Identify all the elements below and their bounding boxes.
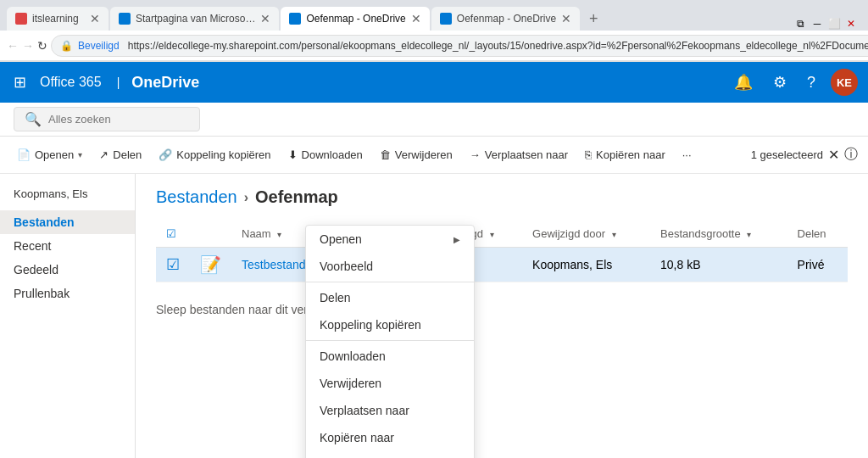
context-preview-label: Voorbeeld xyxy=(320,260,373,273)
context-menu-item-preview[interactable]: Voorbeeld xyxy=(306,253,474,280)
lock-icon: 🔒 xyxy=(60,40,73,52)
share-icon: ↗ xyxy=(99,148,108,161)
row-share-cell: Privé xyxy=(787,248,848,282)
toolbar-copy-button[interactable]: ⎘ Kopiëren naar xyxy=(578,144,672,165)
sidebar-item-recent[interactable]: Recent xyxy=(0,234,135,258)
breadcrumb-separator: › xyxy=(244,190,248,205)
move-icon: → xyxy=(470,148,481,161)
header-checkbox[interactable]: ☑ xyxy=(166,227,176,240)
toolbar-more-button[interactable]: ··· xyxy=(676,144,698,165)
tab-close-icon[interactable]: ✕ xyxy=(260,12,270,25)
context-menu-separator-1 xyxy=(306,282,474,282)
secure-label: Beveiligd xyxy=(78,40,120,52)
waffle-menu-button[interactable]: ⊞ xyxy=(10,70,30,95)
notifications-icon[interactable]: 🔔 xyxy=(729,68,758,97)
word-file-icon: 📝 xyxy=(200,255,221,274)
open-icon: 📄 xyxy=(17,148,31,161)
sidebar-user-label: Koopmans, Els xyxy=(0,181,135,207)
search-input-container[interactable]: 🔍 xyxy=(14,107,200,131)
context-menu-item-download[interactable]: Downloaden xyxy=(306,343,474,370)
tab-oefenmap-active[interactable]: Oefenmap - OneDrive ✕ xyxy=(281,7,429,31)
col-modified-by-header[interactable]: Gewijzigd door ▾ xyxy=(522,221,650,248)
tab-close-icon[interactable]: ✕ xyxy=(90,12,100,25)
back-button[interactable]: ← xyxy=(7,36,19,56)
breadcrumb: Bestanden › Oefenmap xyxy=(156,187,848,207)
context-menu-item-share[interactable]: Delen xyxy=(306,284,474,311)
row-checkbox-cell[interactable]: ☑ xyxy=(156,248,190,282)
context-share-label: Delen xyxy=(320,291,351,304)
delete-label: Verwijderen xyxy=(395,148,453,161)
tab-itslearning[interactable]: itslearning ✕ xyxy=(7,7,108,31)
copy-link-icon: 🔗 xyxy=(159,148,172,161)
search-bar: 🔍 xyxy=(0,103,868,137)
tab-restore-icon[interactable]: ⧉ xyxy=(793,17,807,31)
row-checkbox-icon[interactable]: ☑ xyxy=(166,256,180,273)
tab-favicon xyxy=(440,13,452,25)
toolbar-copy-link-button[interactable]: 🔗 Koppeling kopiëren xyxy=(152,144,277,165)
copy-link-label: Koppeling kopiëren xyxy=(176,148,270,161)
context-delete-label: Verwijderen xyxy=(320,377,381,390)
new-tab-button[interactable]: + xyxy=(581,7,605,31)
toolbar-share-button[interactable]: ↗ Delen xyxy=(92,144,148,165)
help-icon[interactable]: ? xyxy=(802,69,821,97)
col-checkbox: ☑ xyxy=(156,221,190,248)
window-minimize-button[interactable]: ─ xyxy=(810,17,824,31)
context-menu-item-move[interactable]: Verplaatsen naar xyxy=(306,397,474,424)
window-close-button[interactable]: ✕ xyxy=(844,17,858,31)
context-menu-item-copy-link[interactable]: Koppeling kopiëren xyxy=(306,311,474,338)
browser-chrome: itslearning ✕ Startpagina van Microso… ✕… xyxy=(0,0,868,62)
context-menu-item-open[interactable]: Openen ▶ xyxy=(306,226,474,253)
close-selection-icon[interactable]: ✕ xyxy=(828,147,839,163)
toolbar-delete-button[interactable]: 🗑 Verwijderen xyxy=(373,144,459,165)
reload-button[interactable]: ↻ xyxy=(37,36,47,56)
tab-close-icon[interactable]: ✕ xyxy=(411,12,421,25)
main-layout: Koopmans, Els Bestanden Recent Gedeeld P… xyxy=(0,174,868,458)
more-icon: ··· xyxy=(682,148,692,161)
avatar[interactable]: KE xyxy=(831,69,858,96)
table-header-row: ☑ Naam ▾ Gewijzigd ▾ Gewijzigd door ▾ Be… xyxy=(156,221,848,248)
open-arrow-icon: ▾ xyxy=(78,150,82,159)
tab-favicon xyxy=(119,13,131,25)
tab-favicon xyxy=(15,13,27,25)
move-label: Verplaatsen naar xyxy=(485,148,568,161)
col-icon xyxy=(190,221,231,248)
tab-startpagina[interactable]: Startpagina van Microso… ✕ xyxy=(110,7,279,31)
context-menu-item-copy[interactable]: Kopiëren naar xyxy=(306,424,474,451)
sidebar-item-gedeeld[interactable]: Gedeeld xyxy=(0,258,135,282)
toolbar-move-button[interactable]: → Verplaatsen naar xyxy=(463,144,575,165)
tab-oefenmap-2[interactable]: Oefenmap - OneDrive ✕ xyxy=(431,7,580,31)
download-icon: ⬇ xyxy=(288,148,298,161)
forward-button[interactable]: → xyxy=(22,36,34,56)
search-icon: 🔍 xyxy=(25,111,42,127)
share-label: Delen xyxy=(113,148,142,161)
context-copy-link-label: Koppeling kopiëren xyxy=(320,318,421,332)
col-share-header: Delen xyxy=(787,221,848,248)
tab-close-icon[interactable]: ✕ xyxy=(561,12,571,25)
sidebar-item-prullenbak[interactable]: Prullenbak xyxy=(0,282,135,305)
address-bar[interactable]: 🔒 Beveiligd https://eldecollege-my.share… xyxy=(51,35,868,57)
breadcrumb-parent[interactable]: Bestanden xyxy=(156,187,237,207)
breadcrumb-current: Oefenmap xyxy=(255,187,338,207)
window-restore-button[interactable]: ⬜ xyxy=(827,17,841,31)
context-move-label: Verplaatsen naar xyxy=(320,404,409,417)
tab-label: Oefenmap - OneDrive xyxy=(306,13,405,25)
toolbar-open-button[interactable]: 📄 Openen ▾ xyxy=(10,144,89,165)
context-open-label: Openen xyxy=(320,232,362,246)
context-menu-item-rename[interactable]: Naam wijzigen xyxy=(306,451,474,458)
content-area: Bestanden › Oefenmap ☑ Naam ▾ Gewijzigd … xyxy=(136,174,868,458)
office-label: Office 365 xyxy=(40,75,102,90)
info-icon[interactable]: ⓘ xyxy=(844,146,858,164)
toolbar-download-button[interactable]: ⬇ Downloaden xyxy=(281,144,370,165)
col-size-header[interactable]: Bestandsgrootte ▾ xyxy=(650,221,787,248)
sidebar-item-bestanden[interactable]: Bestanden xyxy=(0,210,135,234)
context-menu-item-delete[interactable]: Verwijderen xyxy=(306,370,474,397)
file-table: ☑ Naam ▾ Gewijzigd ▾ Gewijzigd door ▾ Be… xyxy=(156,221,848,282)
address-text: https://eldecollege-my.sharepoint.com/pe… xyxy=(128,40,868,52)
context-copy-label: Kopiëren naar xyxy=(320,431,394,444)
context-menu: Openen ▶ Voorbeeld Delen Koppeling kopië… xyxy=(305,225,475,458)
search-field[interactable] xyxy=(48,113,184,126)
context-download-label: Downloaden xyxy=(320,349,386,363)
settings-icon[interactable]: ⚙ xyxy=(768,68,792,97)
sidebar: Koopmans, Els Bestanden Recent Gedeeld P… xyxy=(0,174,136,458)
open-label: Openen xyxy=(35,148,74,161)
